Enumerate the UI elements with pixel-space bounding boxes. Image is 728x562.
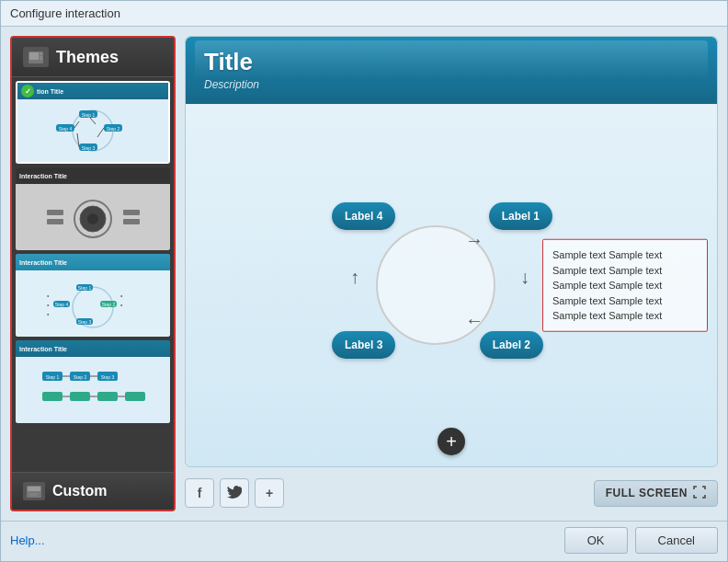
arrow-down-icon: ↓: [520, 267, 529, 288]
twitter-icon: [227, 486, 242, 501]
arrow-right-icon: →: [465, 230, 483, 251]
theme1-body: Step 1 Step 2 Step 3 Step 4: [17, 99, 168, 162]
svg-point-15: [87, 213, 98, 224]
theme-item-3[interactable]: Interaction Title Step 1 Step 2 Step 3: [16, 254, 170, 337]
facebook-button[interactable]: f: [185, 478, 214, 508]
label1[interactable]: Label 1: [489, 202, 552, 230]
svg-text:Step 2: Step 2: [102, 302, 116, 307]
custom-button[interactable]: Custom: [12, 472, 174, 510]
svg-text:Step 4: Step 4: [59, 126, 73, 132]
svg-rect-19: [123, 219, 140, 224]
sample-text-box[interactable]: Sample text Sample text Sample text Samp…: [542, 239, 708, 332]
svg-rect-44: [97, 392, 118, 401]
theme-item-2[interactable]: Interaction Title: [16, 167, 170, 250]
custom-icon: [23, 482, 45, 500]
svg-rect-17: [47, 219, 63, 224]
ok-button[interactable]: OK: [564, 527, 628, 554]
theme3-body: Step 1 Step 2 Step 3 Step 4 • • • •: [16, 270, 170, 337]
dialog-footer: Help... OK Cancel: [1, 521, 727, 561]
arrow-up-icon: ↑: [350, 267, 359, 288]
themes-header-icon: [23, 47, 49, 67]
theme4-title: Interaction Title: [19, 346, 67, 352]
svg-text:Step 1: Step 1: [82, 112, 96, 118]
svg-rect-1: [29, 52, 39, 60]
dialog-title: Configure interaction: [10, 6, 120, 20]
svg-text:•: •: [120, 292, 123, 299]
svg-text:Step 2: Step 2: [107, 126, 120, 132]
theme-preview-4: Interaction Title Step 1 Step 2 Step 3: [16, 340, 170, 423]
preview-content: Label 1 Label 2 Label 3 Label 4 → ↓ ← ↑: [186, 104, 717, 466]
svg-text:•: •: [47, 292, 50, 299]
svg-rect-16: [47, 210, 63, 215]
fullscreen-button[interactable]: FULL SCREEN: [594, 480, 718, 507]
add-button[interactable]: +: [438, 428, 465, 455]
theme-preview-3: Interaction Title Step 1 Step 2 Step 3: [16, 254, 170, 337]
left-panel: Themes ✓ tion Title: [10, 36, 176, 511]
dialog-title-bar: Configure interaction: [1, 1, 727, 27]
preview-area: Title Description Label 1 Label 2 Label …: [185, 36, 718, 467]
themes-label: Themes: [56, 48, 119, 67]
svg-text:Step 1: Step 1: [78, 285, 92, 291]
svg-text:•: •: [120, 302, 123, 308]
svg-rect-42: [42, 392, 63, 401]
arrow-left-icon: ←: [465, 310, 483, 331]
selected-check-icon: ✓: [21, 85, 34, 97]
twitter-button[interactable]: [220, 478, 249, 508]
preview-title: Title: [204, 48, 699, 76]
preview-description: Description: [204, 78, 699, 91]
label2[interactable]: Label 2: [480, 331, 543, 359]
theme-preview-1: ✓ tion Title Step 1 Step 2 St: [17, 83, 168, 162]
svg-rect-18: [123, 210, 140, 215]
theme1-title: tion Title: [37, 88, 63, 95]
social-icons: f +: [185, 478, 284, 508]
svg-text:Step 3: Step 3: [82, 145, 96, 151]
theme-item-4[interactable]: Interaction Title Step 1 Step 2 Step 3: [16, 340, 170, 423]
dialog-body: Themes ✓ tion Title: [1, 27, 727, 521]
theme-item-1[interactable]: ✓ tion Title Step 1 Step 2 St: [16, 81, 170, 164]
theme4-body: Step 1 Step 2 Step 3: [16, 357, 170, 423]
themes-header: Themes: [12, 38, 174, 77]
svg-rect-43: [70, 392, 90, 401]
share-button[interactable]: +: [255, 478, 284, 508]
svg-text:Step 1: Step 1: [46, 374, 60, 380]
svg-text:Step 4: Step 4: [55, 302, 69, 307]
fullscreen-label: FULL SCREEN: [606, 487, 688, 499]
help-link[interactable]: Help...: [10, 533, 45, 547]
svg-rect-45: [125, 392, 145, 401]
theme3-title: Interaction Title: [19, 259, 67, 266]
svg-rect-2: [40, 52, 42, 55]
configure-interaction-dialog: Configure interaction Themes: [0, 0, 728, 562]
svg-text:Step 3: Step 3: [78, 319, 92, 325]
svg-text:Step 2: Step 2: [74, 374, 87, 380]
cancel-button[interactable]: Cancel: [635, 527, 718, 554]
theme2-body: [16, 184, 170, 250]
custom-label: Custom: [52, 483, 108, 499]
right-panel: Title Description Label 1 Label 2 Label …: [185, 36, 718, 511]
footer-buttons: OK Cancel: [564, 527, 718, 554]
social-bar: f + FULL SCREEN: [185, 475, 718, 511]
facebook-icon: f: [198, 486, 202, 500]
svg-text:Step 3: Step 3: [101, 374, 115, 380]
label3[interactable]: Label 3: [332, 331, 395, 359]
svg-text:•: •: [47, 302, 50, 308]
preview-header: Title Description: [186, 37, 717, 104]
svg-rect-3: [40, 56, 42, 60]
theme-preview-2: Interaction Title: [16, 167, 170, 250]
themes-list: ✓ tion Title Step 1 Step 2 St: [12, 77, 174, 472]
label4[interactable]: Label 4: [332, 202, 395, 230]
svg-text:•: •: [47, 311, 50, 317]
share-icon: +: [266, 486, 273, 500]
theme2-title: Interaction Title: [19, 173, 67, 179]
svg-rect-50: [28, 487, 40, 491]
fullscreen-icon: [693, 486, 706, 501]
circle-diagram: Label 1 Label 2 Label 3 Label 4 → ↓ ← ↑: [323, 175, 580, 396]
